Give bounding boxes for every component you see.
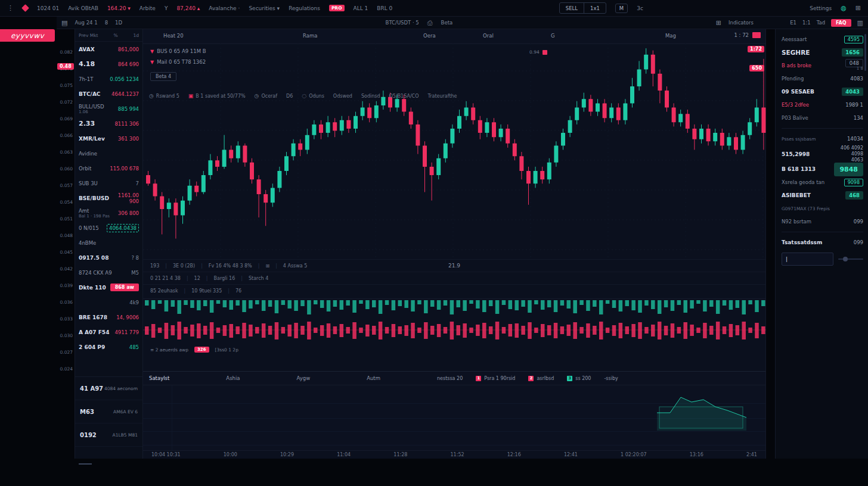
filter-chip[interactable]: nestssa 20	[437, 376, 463, 381]
nav-item[interactable]: 1024 01	[37, 5, 59, 11]
watchlist-col-pct[interactable]: %	[113, 33, 117, 38]
watchlist-row[interactable]: 0917.5 08? 8	[75, 250, 142, 265]
panel-stat-row[interactable]: N92 bsrtam099	[782, 215, 863, 228]
panel-stat-row[interactable]: G0971MAX (73 Frepis	[782, 202, 863, 215]
chart-header-item[interactable]: Oral	[483, 33, 494, 39]
watchlist-row[interactable]: 4nBMe	[75, 235, 142, 250]
watchlist-row[interactable]: Orbit115.00 678	[75, 161, 142, 176]
nav-item[interactable]: Indicators	[728, 20, 754, 26]
watchlist-row[interactable]: SUB 3U7	[75, 176, 142, 191]
watchlist-col-pair[interactable]: Prev Mkt	[79, 33, 98, 38]
watchlist-row[interactable]: 7h-1T0.056 1234	[75, 71, 142, 86]
panel-stat-row[interactable]: Tsatssatdssm099	[782, 236, 863, 249]
slider-handle[interactable]	[843, 257, 848, 261]
nav-item[interactable]: Beta	[441, 20, 453, 26]
layout-icon[interactable]: ▥	[857, 20, 863, 26]
footer-stat-row[interactable]: 0 21 21 4 38|12|Bargli 16|Starch 4	[143, 272, 765, 284]
watchlist-row[interactable]: 4.18864 690	[75, 57, 142, 71]
chart-header-item[interactable]: Rama	[303, 33, 317, 39]
watchlist-row[interactable]: Dkte 110868 aw	[75, 280, 142, 295]
panel-stat-row[interactable]: Aeessaart4595	[782, 33, 863, 46]
trade-row[interactable]: 0192A1LB5 M81	[75, 423, 142, 447]
panel-stat-row[interactable]: E5/3 2dfee1989 1	[782, 98, 863, 111]
footer-stat-row[interactable]: 193|3E 0 (2B)|Fv 16 4% 48 3 8%|⊞|4 Asswa…	[143, 259, 765, 272]
watchlist-row[interactable]: XMR/Lev361 300	[75, 131, 142, 146]
watchlist-row[interactable]: 8724 CKX A9M5	[75, 265, 142, 280]
panel-stat-row[interactable]: 09 SESAEB4043	[782, 85, 863, 98]
nav-item[interactable]: ALL 1	[354, 5, 368, 11]
watchlist-row[interactable]: 2.338111 306	[75, 116, 142, 131]
volume-legend-item[interactable]: [3ss0 1 2p	[215, 347, 238, 353]
beta-tag[interactable]: Beta 4	[150, 72, 176, 81]
scrollbar[interactable]	[864, 34, 866, 71]
nav-item[interactable]: Avik OBtAB	[68, 5, 98, 11]
indicator-item[interactable]: ◷Oceraf	[255, 94, 277, 99]
faq-button[interactable]: FAQ	[831, 19, 851, 27]
bottom-tab[interactable]: Autm	[367, 375, 380, 381]
leverage-slider[interactable]	[838, 258, 863, 260]
watchlist-row[interactable]: BRE 167814, 9006	[75, 310, 142, 325]
camera-icon[interactable]: ⎙	[427, 20, 433, 26]
watchlist-row[interactable]: 0 N/0154064.0438	[75, 220, 142, 235]
indicator-item[interactable]: O5/B1SA/CO	[389, 94, 419, 99]
filter-chip[interactable]: 1Psra 1 90rsid	[476, 376, 515, 381]
panel-stat-row[interactable]: Xsrela geoda tan9098	[782, 176, 863, 189]
filter-chip[interactable]: -ssiby	[604, 376, 618, 381]
chart-header-item[interactable]: Heat 20	[163, 33, 184, 39]
filter-chip[interactable]: 2asrlbsd	[528, 376, 554, 381]
nav-item[interactable]: Settings	[810, 5, 832, 11]
chart-header-item[interactable]: Oera	[423, 33, 436, 39]
volume-legend-item[interactable]: ≡ 2 aeuerds awp	[150, 347, 188, 353]
nav-item[interactable]: 1D	[115, 20, 122, 26]
bottom-tab[interactable]: Sataylst	[149, 375, 169, 381]
indicator-item[interactable]: Trateurafthe	[427, 94, 457, 99]
indicator-item[interactable]: Sodinsd	[361, 94, 380, 99]
indicator-item[interactable]: ◌Oduns	[302, 94, 324, 99]
nav-item[interactable]: 3c	[637, 5, 643, 11]
toggle-option[interactable]: 1x1	[584, 3, 606, 13]
price-axis[interactable]: 0.0820.0780.0750.0720.0690.0660.0630.060…	[57, 29, 75, 459]
volume-chart[interactable]	[143, 298, 766, 345]
nav-item[interactable]: Securities ▾	[249, 5, 280, 11]
amount-input[interactable]: |	[782, 253, 833, 266]
watchlist-row[interactable]: BSE/BUSD1161.00 900	[75, 191, 142, 205]
logo-diamond[interactable]	[21, 4, 29, 12]
watchlist-row[interactable]: 4k9	[75, 295, 142, 310]
bottom-tab[interactable]: Ashia	[226, 375, 240, 381]
menu-dots-icon[interactable]: ⋮	[7, 5, 14, 11]
grid-icon[interactable]: ⊞	[716, 20, 721, 26]
toggle-option[interactable]: SELL	[560, 3, 584, 13]
footer-stat-row[interactable]: 85 2euhask|10 9tuei 335|76	[143, 284, 765, 297]
panel-stat-row[interactable]: P03 Balive134	[782, 111, 863, 124]
panel-stat-row[interactable]: B 618 13139848	[782, 163, 863, 176]
watchlist-row[interactable]: BULL/USD1.06885 994	[75, 101, 142, 116]
watchlist-row[interactable]: Avidine	[75, 146, 142, 161]
nav-item[interactable]: 8	[105, 20, 108, 26]
panel-icon[interactable]: ▤	[61, 20, 67, 26]
indicator-item[interactable]: ▣B 1 saved at 50/77%	[188, 94, 246, 99]
row-action-button[interactable]: 868 aw	[110, 284, 139, 291]
nav-item[interactable]: Avalanche ·	[209, 5, 240, 11]
watchlist-row[interactable]: BTC/AC4644.1237	[75, 86, 142, 101]
nav-item[interactable]: 87,240 ▴	[176, 5, 200, 11]
chart-header-item[interactable]: G	[551, 33, 555, 39]
watchlist-col-1d[interactable]: 1d	[133, 33, 139, 38]
filter-chip[interactable]: 3ss 200	[567, 376, 591, 381]
trade-row[interactable]: 41 A974084 aeconom	[75, 377, 142, 400]
watchlist-row[interactable]: A A07 F544911 779	[75, 325, 142, 339]
panel-stat-row[interactable]: Psses ssjsbasm14034	[782, 132, 863, 145]
watchlist-row[interactable]: AVAX861,000	[75, 42, 142, 57]
indicator-item[interactable]: Odswed	[333, 94, 352, 99]
watchlist-row[interactable]: AmtBal 1 · 198 Pas306 800	[75, 205, 142, 220]
candlestick-chart[interactable]	[143, 43, 766, 258]
nav-item[interactable]: Arbite	[140, 5, 156, 11]
bottom-tab[interactable]: Aygw	[297, 375, 311, 381]
panel-stat-row[interactable]: ASIBEBET468	[782, 189, 863, 202]
watchlist-row[interactable]: 2 604 P9485	[75, 339, 142, 354]
panel-tab[interactable]: 1:1	[802, 20, 811, 26]
nav-item[interactable]: BTC/USDT · 5	[386, 20, 419, 26]
nav-item[interactable]: BRL 0	[377, 5, 392, 11]
nav-item[interactable]: Y	[165, 5, 168, 11]
panel-stat-row[interactable]: 515,2998406 409240984063	[782, 145, 863, 163]
panel-tab[interactable]: Tad	[817, 20, 825, 26]
